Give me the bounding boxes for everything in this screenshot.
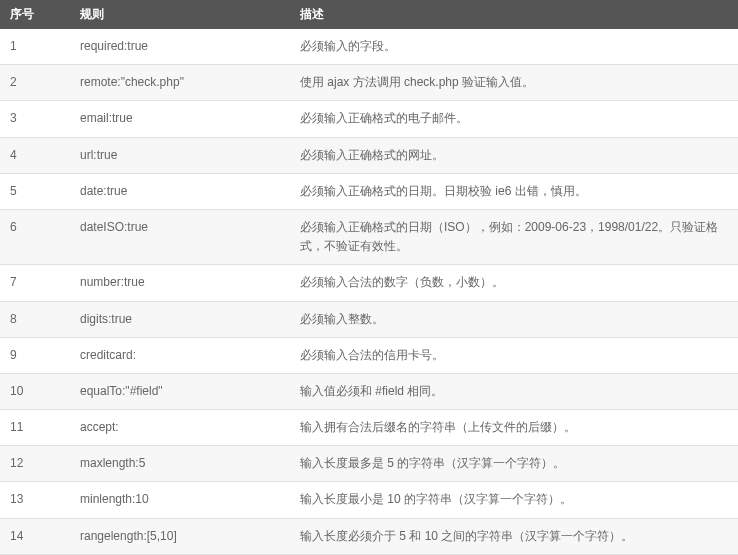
- cell-seq: 4: [0, 137, 70, 173]
- table-row: 11accept:输入拥有合法后缀名的字符串（上传文件的后缀）。: [0, 410, 738, 446]
- cell-rule: accept:: [70, 410, 290, 446]
- rules-table: 序号 规则 描述 1required:true必须输入的字段。2remote:"…: [0, 0, 738, 555]
- cell-desc: 必须输入正确格式的网址。: [290, 137, 738, 173]
- cell-seq: 8: [0, 301, 70, 337]
- cell-rule: dateISO:true: [70, 209, 290, 264]
- cell-desc: 必须输入正确格式的日期。日期校验 ie6 出错，慎用。: [290, 173, 738, 209]
- cell-desc: 必须输入合法的信用卡号。: [290, 337, 738, 373]
- table-row: 10equalTo:"#field"输入值必须和 #field 相同。: [0, 373, 738, 409]
- header-rule: 规则: [70, 0, 290, 29]
- cell-seq: 9: [0, 337, 70, 373]
- table-row: 4url:true必须输入正确格式的网址。: [0, 137, 738, 173]
- cell-seq: 14: [0, 518, 70, 554]
- cell-rule: number:true: [70, 265, 290, 301]
- table-row: 13minlength:10输入长度最小是 10 的字符串（汉字算一个字符）。: [0, 482, 738, 518]
- cell-rule: remote:"check.php": [70, 65, 290, 101]
- cell-seq: 6: [0, 209, 70, 264]
- cell-desc: 必须输入整数。: [290, 301, 738, 337]
- table-body: 1required:true必须输入的字段。2remote:"check.php…: [0, 29, 738, 555]
- cell-desc: 输入长度必须介于 5 和 10 之间的字符串（汉字算一个字符）。: [290, 518, 738, 554]
- cell-rule: equalTo:"#field": [70, 373, 290, 409]
- table-row: 12maxlength:5输入长度最多是 5 的字符串（汉字算一个字符）。: [0, 446, 738, 482]
- cell-desc: 必须输入正确格式的日期（ISO），例如：2009-06-23，1998/01/2…: [290, 209, 738, 264]
- cell-desc: 必须输入正确格式的电子邮件。: [290, 101, 738, 137]
- cell-rule: date:true: [70, 173, 290, 209]
- cell-desc: 输入值必须和 #field 相同。: [290, 373, 738, 409]
- cell-rule: required:true: [70, 29, 290, 65]
- cell-desc: 输入拥有合法后缀名的字符串（上传文件的后缀）。: [290, 410, 738, 446]
- cell-rule: url:true: [70, 137, 290, 173]
- table-row: 9creditcard:必须输入合法的信用卡号。: [0, 337, 738, 373]
- cell-rule: email:true: [70, 101, 290, 137]
- table-row: 3email:true必须输入正确格式的电子邮件。: [0, 101, 738, 137]
- cell-rule: digits:true: [70, 301, 290, 337]
- cell-desc: 使用 ajax 方法调用 check.php 验证输入值。: [290, 65, 738, 101]
- table-row: 2remote:"check.php"使用 ajax 方法调用 check.ph…: [0, 65, 738, 101]
- table-row: 7number:true必须输入合法的数字（负数，小数）。: [0, 265, 738, 301]
- table-row: 5date:true必须输入正确格式的日期。日期校验 ie6 出错，慎用。: [0, 173, 738, 209]
- cell-rule: rangelength:[5,10]: [70, 518, 290, 554]
- cell-seq: 2: [0, 65, 70, 101]
- cell-seq: 12: [0, 446, 70, 482]
- table-row: 8digits:true必须输入整数。: [0, 301, 738, 337]
- table-row: 1required:true必须输入的字段。: [0, 29, 738, 65]
- header-seq: 序号: [0, 0, 70, 29]
- cell-seq: 13: [0, 482, 70, 518]
- cell-rule: minlength:10: [70, 482, 290, 518]
- cell-seq: 11: [0, 410, 70, 446]
- cell-seq: 3: [0, 101, 70, 137]
- cell-desc: 输入长度最多是 5 的字符串（汉字算一个字符）。: [290, 446, 738, 482]
- table-header-row: 序号 规则 描述: [0, 0, 738, 29]
- cell-seq: 10: [0, 373, 70, 409]
- cell-seq: 1: [0, 29, 70, 65]
- table-row: 14rangelength:[5,10]输入长度必须介于 5 和 10 之间的字…: [0, 518, 738, 554]
- cell-rule: maxlength:5: [70, 446, 290, 482]
- header-desc: 描述: [290, 0, 738, 29]
- cell-rule: creditcard:: [70, 337, 290, 373]
- cell-desc: 输入长度最小是 10 的字符串（汉字算一个字符）。: [290, 482, 738, 518]
- table-row: 6dateISO:true必须输入正确格式的日期（ISO），例如：2009-06…: [0, 209, 738, 264]
- cell-seq: 5: [0, 173, 70, 209]
- cell-desc: 必须输入的字段。: [290, 29, 738, 65]
- cell-desc: 必须输入合法的数字（负数，小数）。: [290, 265, 738, 301]
- cell-seq: 7: [0, 265, 70, 301]
